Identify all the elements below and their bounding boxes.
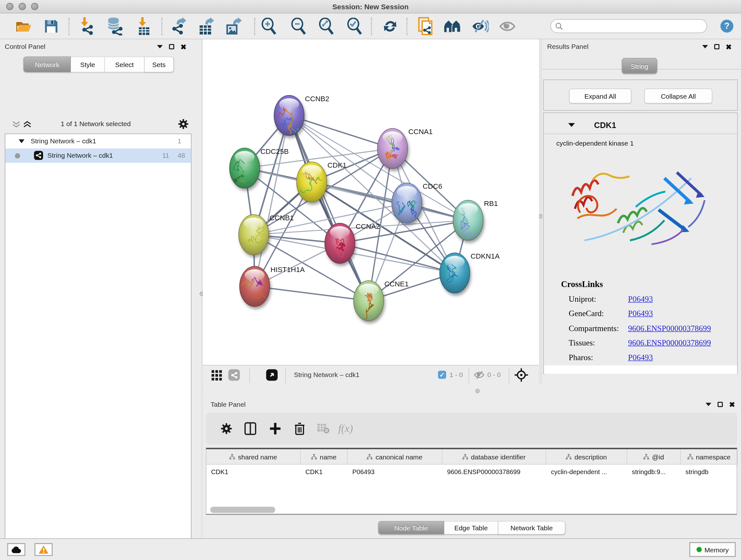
pan-crosshair-icon[interactable] [514,368,529,382]
import-network-database-icon[interactable] [106,17,125,36]
refresh-icon[interactable] [381,17,400,36]
table-cell[interactable]: P06493 [347,465,442,479]
add-column-icon[interactable] [266,419,285,438]
memory-label: Memory [704,546,729,553]
column-header-canonical-name[interactable]: canonical name [347,449,442,464]
zoom-in-icon[interactable] [259,17,278,36]
zoom-fit-icon[interactable] [317,17,336,36]
tab-string[interactable]: String [622,58,657,74]
tree-expand-icon[interactable] [19,139,24,143]
gear-icon[interactable] [178,118,189,130]
entry-header[interactable]: CDK1 [544,117,738,134]
horizontal-splitter[interactable] [203,385,741,397]
graph-node-CDC25B [229,148,260,188]
panel-close-icon[interactable]: ✖ [181,44,187,50]
import-network-file-icon[interactable] [78,17,97,36]
crosslink-label: Pharos: [569,353,593,363]
network-graph[interactable]: CCNB2CCNA1CDC25BCDK1CDC6RB1CCNB1CCNA2CDK… [203,39,539,365]
crosslink-link[interactable]: P06493 [628,309,653,319]
grid-view-icon[interactable] [211,370,223,381]
tab-sets[interactable]: Sets [145,57,174,72]
table-cell[interactable]: cyclin-dependent ... [546,465,627,479]
crosslinks-title: CrossLinks [561,279,603,290]
column-header-database-identifier[interactable]: database identifier [442,449,546,464]
tab-network[interactable]: Network [23,57,71,72]
column-header-shared-name[interactable]: shared name [206,449,301,464]
table-cell[interactable]: stringdb:9... [627,465,681,479]
network-view-icon[interactable] [228,369,240,381]
warning-button[interactable] [35,543,53,556]
string-home-icon[interactable] [443,17,462,36]
tab-style[interactable]: Style [71,57,105,72]
panel-float-icon[interactable] [714,44,720,50]
show-columns-icon[interactable] [241,419,260,438]
memory-button[interactable]: Memory [689,542,736,557]
results-panel-title: Results Panel [547,43,589,51]
network-collection-row[interactable]: String Network – cdk1 1 [5,134,191,148]
cloud-button[interactable] [7,543,25,556]
graph-node-CCNA1 [378,128,408,169]
panel-float-icon[interactable] [718,402,723,408]
open-session-icon[interactable] [14,17,33,36]
column-header-description[interactable]: description [546,449,627,464]
panel-menu-icon[interactable] [702,45,708,49]
panel-menu-icon[interactable] [705,403,711,407]
entry-collapse-icon[interactable] [568,123,575,127]
show-eye-icon[interactable] [498,17,517,36]
tab-edge-table[interactable]: Edge Table [444,521,498,535]
panel-menu-icon[interactable] [157,45,163,49]
tab-select[interactable]: Select [105,57,145,72]
apply-function-icon[interactable]: f(x) [336,419,355,438]
table-cell[interactable]: CDK1 [300,465,347,479]
column-header-name[interactable]: name [300,449,347,464]
zoom-out-icon[interactable] [289,17,308,36]
column-type-icon [367,454,373,460]
column-header-namespace[interactable]: namespace [681,449,738,464]
collapse-all-button[interactable]: Collapse All [644,89,712,104]
crosslink-link[interactable]: P06493 [628,295,653,304]
crosslink-link[interactable]: P06493 [628,353,653,363]
crosslink-link[interactable]: 9606.ENSP00000378699 [628,324,711,333]
import-table-icon[interactable] [134,17,153,36]
export-image-icon[interactable] [224,17,243,36]
panel-float-icon[interactable] [169,44,175,50]
table-settings-gear-icon[interactable] [217,419,236,438]
collapse-all-icon[interactable] [11,121,21,128]
crosslink-link[interactable]: 9606.ENSP00000378699 [628,338,711,348]
expand-all-icon[interactable] [23,121,32,128]
entry-name: CDK1 [594,121,616,130]
network-row[interactable]: String Network – cdk1 11 48 [5,148,191,163]
zoom-selected-icon[interactable] [345,17,364,36]
selected-checkbox[interactable]: ✓ [438,371,447,379]
birdseye-view-icon[interactable] [266,369,278,381]
table-cell[interactable]: stringdb [681,465,738,479]
delete-column-icon[interactable] [290,419,309,438]
expand-all-button[interactable]: Expand All [569,89,631,104]
column-header-@id[interactable]: @id [627,449,681,464]
graph-node-CCNA2 [325,223,355,263]
right-splitter[interactable] [539,39,542,385]
export-network-icon[interactable] [169,17,188,36]
search-input[interactable] [563,23,706,30]
node-count: 11 [162,151,170,159]
graph-node-HIST1H1A [240,266,271,307]
delete-table-icon[interactable] [314,419,333,438]
network-canvas[interactable]: CCNB2CCNA1CDC25BCDK1CDC6RB1CCNB1CCNA2CDK… [203,39,539,385]
network-icon [34,151,44,160]
hidden-eye-icon[interactable] [474,371,485,379]
table-header-row: shared namenamecanonical namedatabase id… [206,449,737,464]
horizontal-scrollbar-thumb[interactable] [210,507,275,513]
save-session-icon[interactable] [42,17,61,36]
hide-glasses-icon[interactable] [471,17,490,36]
tab-network-table[interactable]: Network Table [498,521,565,535]
table-cell[interactable]: CDK1 [206,465,301,479]
search-field[interactable] [550,19,707,33]
help-button[interactable]: ? [721,20,734,33]
copy-network-icon[interactable] [416,17,435,36]
crosslink-label: GeneCard: [569,309,604,319]
export-table-icon[interactable] [197,17,216,36]
panel-close-icon[interactable]: ✖ [729,402,735,408]
tab-node-table[interactable]: Node Table [378,521,444,535]
table-cell[interactable]: 9606.ENSP00000378699 [442,465,546,479]
panel-close-icon[interactable]: ✖ [726,44,732,50]
